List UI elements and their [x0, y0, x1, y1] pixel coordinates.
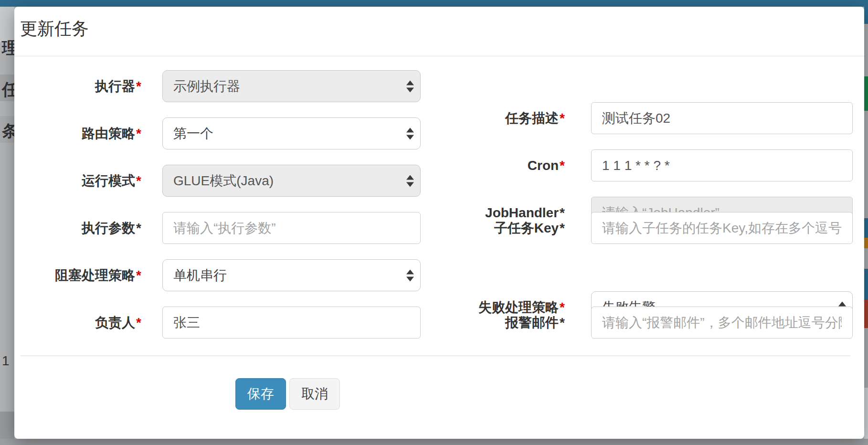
- executor-control: 示例执行器: [162, 70, 421, 102]
- form-row: 运行模式*GLUE模式(Java)JobHandler*: [14, 165, 864, 197]
- route-strategy-label: 路由策略*: [14, 117, 141, 149]
- modal-footer: 保存 取消: [14, 378, 864, 410]
- background-text-fragment: 1: [2, 354, 10, 368]
- executor-select: 示例执行器: [162, 70, 421, 102]
- modal-body: 执行器*示例执行器任务描述*路由策略*第一个Cron*运行模式*GLUE模式(J…: [14, 56, 864, 410]
- backdrop-page-right: [864, 7, 868, 445]
- child-jobkey-input[interactable]: [591, 212, 853, 244]
- glue-type-required-asterisk: *: [136, 173, 141, 188]
- child-jobkey-required-asterisk: *: [560, 221, 565, 235]
- child-jobkey-control: [591, 212, 853, 244]
- background-text-fragment: 条: [2, 123, 14, 139]
- save-button[interactable]: 保存: [235, 378, 286, 410]
- cancel-button[interactable]: 取消: [289, 378, 340, 410]
- form-row: 执行参数*子任务Key*: [14, 212, 864, 244]
- update-job-modal: 更新任务 执行器*示例执行器任务描述*路由策略*第一个Cron*运行模式*GLU…: [14, 7, 864, 439]
- executor-param-input[interactable]: [162, 212, 421, 244]
- form-footer-divider: [21, 355, 850, 356]
- alarm-email-input[interactable]: [591, 307, 853, 339]
- backdrop-orange-button-fragment: [864, 238, 868, 248]
- executor-param-label: 执行参数*: [14, 212, 141, 244]
- executor-param-required-asterisk: *: [136, 221, 141, 235]
- author-control: [162, 307, 421, 339]
- update-job-form: 执行器*示例执行器任务描述*路由策略*第一个Cron*运行模式*GLUE模式(J…: [14, 70, 864, 339]
- backdrop-blue-button-fragment: [864, 218, 868, 238]
- block-strategy-label: 阻塞处理策略*: [14, 259, 141, 291]
- backdrop-navbar-fragment: [864, 7, 868, 24]
- backdrop-band: [0, 7, 14, 42]
- route-strategy-required-asterisk: *: [136, 126, 141, 141]
- backdrop-page-left: 理 任 条 1: [0, 7, 14, 445]
- alarm-email-label: 报警邮件*: [434, 307, 565, 339]
- executor-label: 执行器*: [14, 70, 141, 102]
- executor-param-control: [162, 212, 421, 244]
- glue-type-control: GLUE模式(Java): [162, 165, 421, 197]
- backdrop-red-button-fragment: [864, 299, 868, 328]
- form-row: 负责人*报警邮件*: [14, 307, 864, 339]
- page-navbar: [0, 0, 868, 7]
- author-required-asterisk: *: [136, 315, 141, 330]
- modal-header: 更新任务: [14, 7, 864, 56]
- background-text-fragment: 理: [2, 40, 14, 56]
- backdrop-band: [864, 388, 868, 445]
- form-row: 执行器*示例执行器任务描述*: [14, 70, 864, 102]
- author-input[interactable]: [162, 307, 421, 339]
- block-strategy-control: 单机串行: [162, 259, 421, 291]
- form-row: 阻塞处理策略*单机串行失败处理策略*失败告警: [14, 259, 864, 291]
- backdrop-green-button-fragment: [864, 76, 868, 111]
- executor-required-asterisk: *: [136, 79, 141, 94]
- backdrop-blue-button-fragment: [864, 269, 868, 299]
- child-jobkey-label: 子任务Key*: [434, 212, 565, 244]
- alarm-email-required-asterisk: *: [560, 315, 565, 330]
- glue-type-label: 运行模式*: [14, 165, 141, 197]
- glue-type-select: GLUE模式(Java): [162, 165, 421, 197]
- alarm-email-control: [591, 307, 853, 339]
- block-strategy-select[interactable]: 单机串行: [162, 259, 421, 291]
- author-label: 负责人*: [14, 307, 141, 339]
- background-text-fragment: 任: [2, 81, 14, 97]
- block-strategy-required-asterisk: *: [136, 268, 141, 283]
- backdrop-page-bottom: [0, 439, 868, 445]
- route-strategy-select[interactable]: 第一个: [162, 117, 421, 149]
- route-strategy-control: 第一个: [162, 117, 421, 149]
- modal-title: 更新任务: [20, 17, 89, 41]
- form-row: 路由策略*第一个Cron*: [14, 117, 864, 149]
